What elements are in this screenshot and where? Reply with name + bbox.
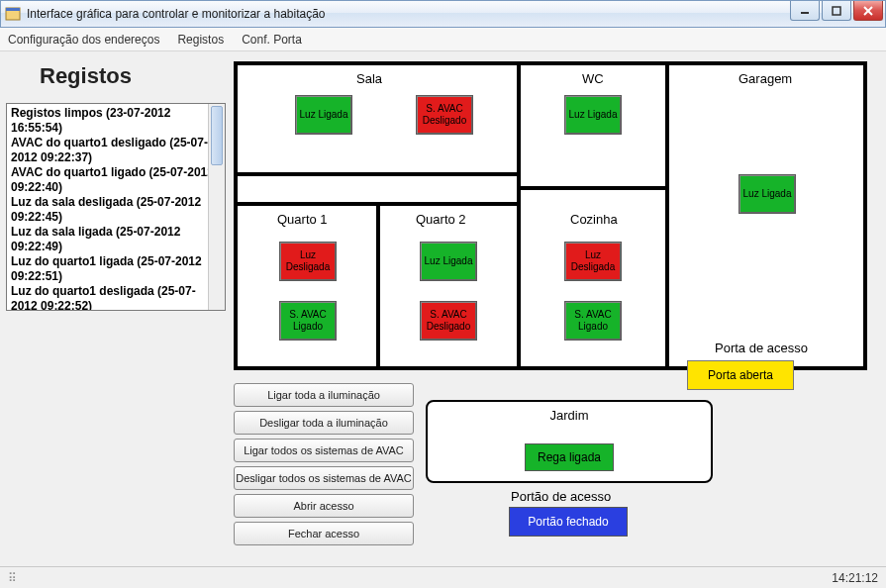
log-entry: Registos limpos (23-07-2012 16:55:54)	[11, 106, 221, 136]
scrollbar[interactable]	[208, 104, 225, 310]
room-label-sala: Sala	[356, 71, 382, 86]
cozinha-luz-button[interactable]: Luz Desligada	[564, 242, 622, 281]
quarto1-avac-text: S. AVAC Ligado	[282, 309, 334, 333]
log-entry: AVAC do quarto1 ligado (25-07-2012 09:22…	[11, 165, 221, 195]
log-entry: Luz da sala desligada (25-07-2012 09:22:…	[11, 195, 221, 225]
sala-luz-button[interactable]: Luz Ligada	[295, 95, 352, 135]
window-controls	[788, 1, 883, 21]
desligar-avac-button[interactable]: Desligar todos os sistemas de AVAC	[234, 466, 414, 490]
cozinha-avac-button[interactable]: S. AVAC Ligado	[564, 301, 622, 341]
rega-text: Rega ligada	[538, 450, 601, 464]
maximize-button[interactable]	[822, 1, 851, 21]
portao-acesso-label: Portão de acesso	[511, 489, 611, 504]
porta-acesso-label: Porta de acesso	[715, 341, 808, 355]
room-label-cozinha: Cozinha	[570, 212, 618, 227]
quarto2-avac-text: S. AVAC Desligado	[423, 309, 474, 333]
command-column: Ligar toda a iluminação Desligar toda a …	[234, 383, 414, 549]
garagem-luz-text: Luz Ligada	[743, 188, 792, 200]
quarto2-avac-button[interactable]: S. AVAC Desligado	[420, 301, 477, 341]
status-bar: ⠿ 14:21:12	[0, 566, 886, 588]
menu-bar: Configuração dos endereços Registos Conf…	[0, 28, 886, 51]
fechar-acesso-button[interactable]: Fechar acesso	[234, 522, 414, 545]
menu-conf-porta[interactable]: Conf. Porta	[242, 33, 302, 47]
desligar-iluminacao-button[interactable]: Desligar toda a iluminação	[234, 411, 414, 435]
abrir-acesso-button[interactable]: Abrir acesso	[234, 494, 414, 518]
minimize-button[interactable]	[790, 1, 820, 21]
scrollbar-thumb[interactable]	[211, 106, 223, 165]
cozinha-luz-text: Luz Desligada	[567, 249, 619, 273]
quarto1-luz-button[interactable]: Luz Desligada	[279, 242, 337, 281]
menu-registos[interactable]: Registos	[177, 33, 224, 47]
jardim-panel: Jardim Rega ligada	[426, 400, 713, 483]
ligar-avac-button[interactable]: Ligar todos os sistemas de AVAC	[234, 439, 414, 462]
quarto1-luz-text: Luz Desligada	[282, 249, 334, 273]
rega-button[interactable]: Rega ligada	[525, 443, 614, 471]
cozinha-avac-text: S. AVAC Ligado	[567, 309, 619, 333]
svg-rect-3	[833, 7, 840, 15]
log-entry: Luz do quarto1 desligada (25-07-2012 09:…	[11, 284, 221, 311]
log-panel[interactable]: Registos limpos (23-07-2012 16:55:54) AV…	[6, 103, 226, 311]
garagem-luz-button[interactable]: Luz Ligada	[738, 174, 796, 214]
room-label-quarto1: Quarto 1	[277, 212, 328, 227]
sala-luz-text: Luz Ligada	[300, 109, 348, 121]
status-grip-icon: ⠿	[8, 571, 17, 585]
floor-plan: Sala Luz Ligada S. AVAC Desligado WC Luz…	[234, 61, 867, 370]
quarto1-avac-button[interactable]: S. AVAC Ligado	[279, 301, 337, 341]
registos-heading: Registos	[40, 63, 132, 89]
jardim-label: Jardim	[549, 408, 588, 423]
window-titlebar: Interface gráfica para controlar e monit…	[0, 0, 886, 28]
sala-avac-button[interactable]: S. AVAC Desligado	[416, 95, 473, 135]
ligar-iluminacao-button[interactable]: Ligar toda a iluminação	[234, 383, 414, 407]
svg-rect-1	[6, 8, 20, 11]
room-label-wc: WC	[582, 71, 604, 86]
app-icon	[5, 6, 21, 22]
window-title: Interface gráfica para controlar e monit…	[27, 7, 326, 21]
quarto2-luz-button[interactable]: Luz Ligada	[420, 242, 477, 281]
room-label-garagem: Garagem	[738, 71, 792, 86]
sala-avac-text: S. AVAC Desligado	[419, 103, 470, 127]
menu-configuracao[interactable]: Configuração dos endereços	[8, 33, 159, 47]
quarto2-luz-text: Luz Ligada	[425, 255, 473, 267]
log-entry: AVAC do quarto1 desligado (25-07-2012 09…	[11, 136, 221, 165]
close-button[interactable]	[853, 1, 883, 21]
portao-acesso-button[interactable]: Portão fechado	[509, 507, 628, 537]
portao-acesso-status: Portão fechado	[528, 515, 608, 529]
porta-acesso-button[interactable]: Porta aberta	[687, 360, 794, 390]
status-clock: 14:21:12	[832, 571, 878, 585]
room-label-quarto2: Quarto 2	[416, 212, 466, 227]
client-area: Registos Registos limpos (23-07-2012 16:…	[0, 51, 886, 566]
log-entry: Luz da sala ligada (25-07-2012 09:22:49)	[11, 225, 221, 254]
log-entry: Luz do quarto1 ligada (25-07-2012 09:22:…	[11, 254, 221, 284]
wc-luz-text: Luz Ligada	[569, 109, 618, 121]
wc-luz-button[interactable]: Luz Ligada	[564, 95, 622, 135]
porta-acesso-status: Porta aberta	[708, 368, 773, 382]
